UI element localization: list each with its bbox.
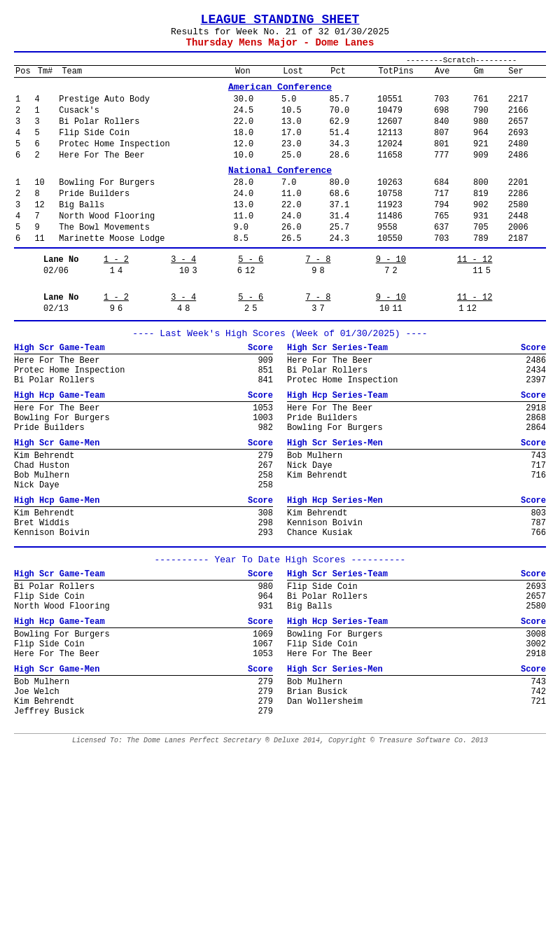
score-value: 1053 <box>238 403 273 413</box>
score-name: Bowling For Burgers <box>14 630 238 639</box>
mid-divider3 <box>14 546 546 548</box>
scores-block-title: High Hcp Game-Team <box>14 391 105 401</box>
col-pct: Pct <box>329 66 377 78</box>
standings-table: --------Scratch--------- Pos Tm# Team Wo… <box>14 55 546 78</box>
lane-team2: 8 <box>183 303 217 314</box>
tm-cell: 2 <box>33 150 57 161</box>
lane-pair-header: 9 - 10 <box>352 292 430 303</box>
league-name: Thursday Mens Major - Dome Lanes <box>14 37 546 48</box>
col-won: Won <box>234 66 281 78</box>
scores-block-ytd-high-hcp-game-team: High Hcp Game-TeamScoreBowling For Burge… <box>14 617 273 659</box>
score-value: 298 <box>238 518 273 528</box>
score-name: Nick Daye <box>14 480 238 490</box>
lost-cell: 10.5 <box>280 105 328 116</box>
last-week-title: ---- Last Week's High Scores (Week of 01… <box>14 328 546 339</box>
scores-block-lw-high-scr-game-men: High Scr Game-MenScoreKim Behrendt279Cha… <box>14 438 273 490</box>
score-value: 743 <box>511 677 546 687</box>
american-conference-table: 1 4 Prestige Auto Body 30.0 5.0 85.7 105… <box>14 94 546 161</box>
scores-block-title: High Scr Game-Men <box>14 438 99 448</box>
score-value: 308 <box>238 508 273 518</box>
scores-block-header: High Scr Series-MenScore <box>287 665 546 676</box>
lane-pair-header: 5 - 6 <box>217 292 284 303</box>
score-row: Kennison Boivin787 <box>287 518 546 528</box>
score-name: Big Balls <box>287 602 511 611</box>
lane-no-label: Lane No <box>41 292 83 303</box>
scores-block-title: High Scr Series-Men <box>287 438 383 448</box>
lane-team1: 9 <box>284 265 318 277</box>
lane-team1: 2 <box>217 303 251 314</box>
scores-block-title: High Scr Game-Men <box>14 665 99 674</box>
score-name: Nick Daye <box>287 461 511 471</box>
ave-cell: 637 <box>433 222 472 233</box>
totpins-cell: 9558 <box>376 222 433 233</box>
score-name: Here For The Beer <box>14 403 238 413</box>
score-value: 1067 <box>238 639 273 649</box>
totpins-cell: 10479 <box>376 105 433 116</box>
score-value: 2657 <box>511 592 546 602</box>
score-row: Bob Mulhern279 <box>14 677 273 687</box>
score-value: 851 <box>238 366 273 375</box>
score-value: 2868 <box>511 413 546 423</box>
scores-block-ytd-high-scr-series-men: High Scr Series-MenScoreBob Mulhern743Br… <box>287 665 546 716</box>
won-cell: 24.0 <box>232 188 280 200</box>
score-row: Bowling For Burgers1003 <box>14 413 273 423</box>
col-ser: Ser <box>507 66 546 78</box>
pos-cell: 6 <box>14 150 33 161</box>
score-row: Kim Behrendt803 <box>287 508 546 518</box>
totpins-cell: 11658 <box>376 150 433 161</box>
lane-team2: 7 <box>318 303 351 314</box>
score-row: Protec Home Inspection2397 <box>287 375 546 385</box>
ser-cell: 2187 <box>507 233 546 244</box>
pct-cell: 24.3 <box>328 233 376 244</box>
score-row: Flip Side Coin2693 <box>287 582 546 592</box>
won-cell: 13.0 <box>232 200 280 211</box>
score-row: Kim Behrendt279 <box>14 451 273 461</box>
score-row: Kim Behrendt716 <box>287 471 546 480</box>
scores-block-lw-high-scr-series-team: High Scr Series-TeamScoreHere For The Be… <box>287 343 546 385</box>
scores-block-score-label: Score <box>521 343 546 353</box>
scores-block-lw-high-hcp-game-men: High Hcp Game-MenScoreKim Behrendt308Bre… <box>14 496 273 538</box>
scores-block-header: High Scr Series-TeamScore <box>287 569 546 581</box>
won-cell: 9.0 <box>232 222 280 233</box>
scores-block-score-label: Score <box>521 617 546 627</box>
pos-cell: 2 <box>14 105 33 116</box>
pct-cell: 68.6 <box>328 188 376 200</box>
scores-block-score-label: Score <box>248 438 273 448</box>
gm-cell: 819 <box>472 188 507 200</box>
gm-cell: 931 <box>472 211 507 222</box>
ave-cell: 703 <box>433 94 472 105</box>
score-name: Bi Polar Rollers <box>287 366 511 375</box>
tm-cell: 5 <box>33 127 57 139</box>
lane-team2: 2 <box>391 265 430 277</box>
score-row: Dan Wollersheim721 <box>287 697 546 707</box>
score-value: 279 <box>238 677 273 687</box>
won-cell: 12.0 <box>232 139 280 150</box>
score-row: Kim Behrendt279 <box>14 697 273 707</box>
lane-data-row: 02/06141036129872115 <box>41 265 519 277</box>
scores-block-title: High Hcp Series-Team <box>287 617 388 627</box>
team-name-cell: Big Balls <box>57 200 232 211</box>
page-title: LEAGUE STANDING SHEET <box>14 13 546 27</box>
pos-cell: 1 <box>14 94 33 105</box>
score-name: Here For The Beer <box>287 403 511 413</box>
score-name: Bowling For Burgers <box>287 423 511 433</box>
won-cell: 18.0 <box>232 127 280 139</box>
score-value: 293 <box>238 528 273 538</box>
lane-team2: 11 <box>391 303 430 314</box>
lane-team1: 11 <box>430 265 484 277</box>
score-value: 721 <box>511 697 546 707</box>
scores-block-ytd-high-scr-game-men: High Scr Game-MenScoreBob Mulhern279Joe … <box>14 665 273 716</box>
score-name: North Wood Flooring <box>14 602 238 611</box>
scores-block-score-label: Score <box>521 569 546 579</box>
scores-block-score-label: Score <box>521 391 546 401</box>
pos-cell: 1 <box>14 177 33 188</box>
lane-pair-header: 1 - 2 <box>83 292 150 303</box>
score-name: Kim Behrendt <box>287 471 511 480</box>
scores-block-score-label: Score <box>521 496 546 506</box>
lane-pair-header: 9 - 10 <box>351 254 430 265</box>
lane-team1: 7 <box>351 265 391 277</box>
pct-cell: 51.4 <box>328 127 376 139</box>
score-row: Chance Kusiak766 <box>287 528 546 538</box>
scores-block-title: High Scr Series-Team <box>287 343 388 353</box>
score-row: Bi Polar Rollers2657 <box>287 592 546 602</box>
